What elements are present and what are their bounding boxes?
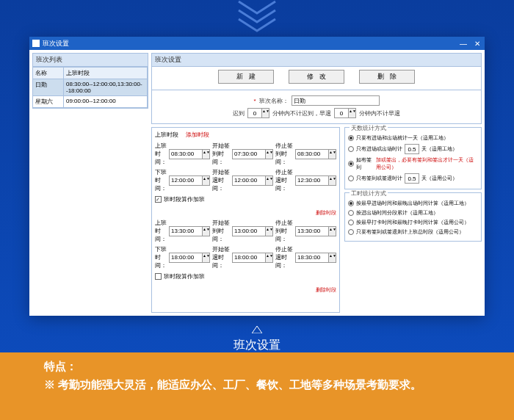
days-note: 加或签出，必要有签到和签出才计一天（适用公司） — [376, 156, 478, 171]
hours-radio-3[interactable] — [348, 220, 354, 225]
edit-button[interactable]: 修改 — [289, 70, 344, 84]
shift-name-label: 班次名称： — [259, 97, 289, 105]
hours-radio-1[interactable] — [348, 200, 354, 206]
close-button[interactable]: ✕ — [473, 40, 482, 48]
spinner-arrows[interactable]: ▲▼ — [262, 108, 269, 118]
late-minutes-input[interactable] — [247, 108, 262, 118]
toolbar: 新建 修改 删除 — [151, 67, 482, 90]
late-unit-label: 分钟内不计迟到，早退 — [272, 109, 331, 117]
shift-name-input[interactable] — [292, 95, 380, 106]
shift-list-header: 班次列表 — [32, 53, 148, 67]
time-input[interactable] — [169, 226, 203, 236]
early-minutes-input[interactable] — [334, 108, 349, 118]
time-input[interactable] — [232, 226, 266, 236]
hours-radio-4[interactable] — [348, 229, 354, 235]
triangle-icon — [252, 323, 262, 336]
caption-text: 班次设置 — [0, 338, 514, 353]
days-half-input-1[interactable] — [405, 144, 419, 154]
days-radio-2[interactable] — [348, 146, 354, 152]
delete-period-link-1[interactable]: 删除时段 — [155, 209, 336, 217]
days-half-input-2[interactable] — [405, 173, 419, 184]
shift-list-table: 名称 上班时段 日勤 08:30:00--12:00:00,13:30:00--… — [32, 67, 148, 109]
table-row[interactable]: 星期六 09:00:00--12:00:00 — [33, 96, 148, 108]
time-input[interactable] — [169, 149, 203, 159]
periods-header: 上班时段 — [155, 131, 178, 139]
days-radio-1[interactable] — [348, 135, 354, 141]
minimize-button[interactable]: — — [458, 40, 468, 48]
time-input[interactable] — [169, 175, 203, 186]
time-input[interactable] — [295, 226, 329, 236]
time-input[interactable] — [295, 149, 329, 159]
table-row[interactable]: 日勤 08:30:00--12:00:00,13:30:00--18:00:00 — [33, 79, 148, 96]
col-name: 名称 — [33, 68, 64, 79]
footer-title: 特点： — [44, 360, 470, 374]
overtime-checkbox-1[interactable] — [155, 196, 162, 203]
days-radio-3[interactable] — [348, 161, 354, 167]
footer-banner: 特点： ※ 考勤功能强大灵活，能适应办公、工厂、餐饮、工地等多种场景考勤要求。 — [0, 352, 514, 420]
shift-settings-window: 班次设置 — ✕ 班次列表 名称 上班时段 日勤 08:30:00--12:00… — [29, 37, 485, 316]
settings-header: 班次设置 — [151, 53, 482, 67]
time-input[interactable] — [232, 149, 266, 159]
days-radio-4[interactable] — [348, 175, 354, 181]
add-period-link[interactable]: 添加时段 — [186, 131, 209, 139]
delete-period-link-2[interactable]: 删除时段 — [155, 286, 336, 294]
overtime-checkbox-2[interactable] — [155, 273, 162, 280]
time-input[interactable] — [232, 175, 266, 186]
time-input[interactable] — [295, 175, 329, 186]
window-title: 班次设置 — [43, 39, 69, 48]
time-input[interactable] — [232, 253, 266, 263]
time-input[interactable] — [295, 253, 329, 263]
hours-radio-2[interactable] — [348, 210, 354, 216]
caption-area: 班次设置 — [0, 323, 514, 353]
decorative-chevrons — [228, 0, 286, 33]
titlebar: 班次设置 — ✕ — [29, 37, 485, 50]
required-mark: * — [253, 98, 256, 104]
spinner-arrows[interactable]: ▲▼ — [349, 108, 356, 118]
col-span: 上班时段 — [64, 68, 148, 79]
footer-text: ※ 考勤功能强大灵活，能适应办公、工厂、餐饮、工地等多种场景考勤要求。 — [44, 377, 470, 392]
early-unit-label: 分钟内不计早退 — [359, 109, 400, 117]
time-input[interactable] — [169, 253, 203, 263]
late-label: 迟到 — [233, 109, 245, 117]
hours-stat-fieldset: 工时统计方式 按最早进场时间和最晚出场时间计算（适用工地） 按进出场时间分段累计… — [344, 192, 482, 242]
days-stat-fieldset: 天数统计方式 只要有进场和出场就计一天（适用工地） 只有进场或出场时计天（适用工… — [344, 127, 482, 189]
delete-button[interactable]: 删除 — [359, 70, 415, 84]
shift-periods-panel: 上班时段 添加时段 上班时间：▲▼开始签到时间：▲▼停止签到时间：▲▼ 下班时间… — [151, 127, 340, 313]
app-icon — [32, 40, 40, 47]
new-button[interactable]: 新建 — [218, 70, 274, 84]
